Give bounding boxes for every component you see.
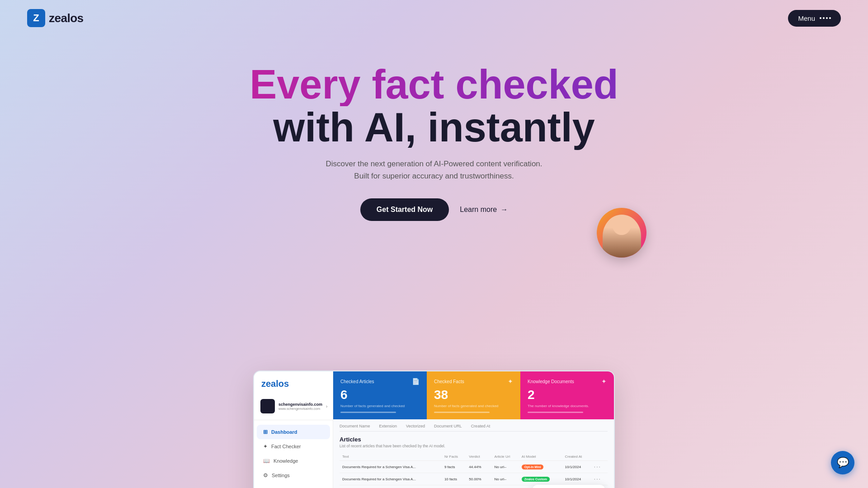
stat-value-knowledge: 2	[528, 388, 607, 402]
cell-menu[interactable]: ···	[591, 473, 608, 485]
logo-text: zealos	[49, 11, 84, 25]
tab-extension[interactable]: Extension	[379, 424, 397, 431]
cell-url: No url--	[492, 461, 519, 473]
knowledge-icon: 📖	[263, 458, 270, 464]
cell-text: Documents Required for a Schengen Visa A…	[340, 473, 442, 485]
stat-bar-facts	[434, 412, 490, 413]
articles-sub: List of recent articles that have been c…	[340, 444, 608, 448]
stat-sub-knowledge: The number of knowledge documents.	[528, 404, 607, 408]
headline-line1: Every fact checked	[9, 63, 859, 106]
cell-verdict: 50.00%	[466, 473, 491, 485]
headline-line2: with AI, instantly	[9, 106, 859, 149]
stat-icon-articles: 📄	[412, 378, 420, 385]
arrow-icon: →	[500, 206, 508, 214]
cell-model: Zealos Custom	[519, 473, 562, 485]
navbar: Z zealos Menu	[0, 0, 868, 36]
col-ai-model: AI Model	[519, 453, 562, 461]
hero-subtext: Discover the next generation of AI-Power…	[9, 158, 859, 182]
tab-document-url[interactable]: Document URL	[434, 424, 462, 431]
hero-headline: Every fact checked with AI, instantly	[9, 63, 859, 149]
stats-row: Checked Articles 📄 6 Number of facts gen…	[333, 371, 614, 419]
stat-bar-articles	[340, 412, 396, 413]
menu-button[interactable]: Menu	[788, 10, 841, 27]
stat-card-knowledge: Knowledge Documents ✦ 2 The number of kn…	[520, 371, 614, 419]
stat-bar-knowledge	[528, 412, 583, 413]
cell-verdict: 100.00%	[466, 485, 491, 488]
sidebar-item-fact-checker[interactable]: ✦ Fact Checker	[257, 439, 330, 454]
dashboard-sidebar: zealos schengenvisainfo.com www.schengen…	[254, 371, 333, 488]
avatar-person	[603, 215, 641, 258]
floating-avatar	[597, 208, 646, 258]
account-url: www.schengenvisainfo.com	[278, 407, 322, 411]
dashboard-icon: ⊞	[263, 429, 268, 435]
col-verdict: Verdict	[466, 453, 491, 461]
cell-verdict: 44.44%	[466, 461, 491, 473]
stat-label-knowledge: Knowledge Documents	[528, 379, 574, 384]
account-avatar	[260, 399, 275, 413]
stat-value-articles: 6	[340, 388, 420, 402]
menu-dots-icon	[820, 17, 831, 19]
cell-text: Documents Required for a Schengen Visa A…	[340, 461, 442, 473]
dashboard-preview: zealos schengenvisainfo.com www.schengen…	[253, 371, 615, 488]
hero-section: Every fact checked with AI, instantly Di…	[0, 36, 868, 253]
model-badge: Opt-In Mini	[522, 465, 544, 469]
kb-tooltip: Knowledge base Knowledge base attached t…	[533, 485, 605, 488]
tab-vectorized[interactable]: Vectorized	[406, 424, 425, 431]
stat-card-articles: Checked Articles 📄 6 Number of facts gen…	[333, 371, 427, 419]
table-area: Document Name Extension Vectorized Docum…	[333, 419, 614, 488]
cta-row: Get Started Now Learn more →	[9, 198, 859, 221]
row-menu-icon[interactable]: ···	[594, 476, 601, 482]
col-article-url: Article Url	[492, 453, 519, 461]
stat-card-facts: Checked Facts ✦ 38 Number of facts gener…	[427, 371, 520, 419]
articles-table: Text Nr Facts Verdict Article Url AI Mod…	[340, 453, 608, 488]
cell-model: Opt-In Mini	[519, 461, 562, 473]
settings-icon: ⚙	[263, 472, 268, 479]
table-row[interactable]: Documents Required for a Schengen Visa A…	[340, 473, 608, 485]
sidebar-item-knowledge[interactable]: 📖 Knowledge	[257, 454, 330, 468]
cell-text: On 1.7.2003, a specific travel regime fo…	[340, 485, 442, 488]
col-created-at: Created At	[562, 453, 591, 461]
col-nr-facts: Nr Facts	[442, 453, 466, 461]
logo-icon: Z	[27, 9, 45, 27]
chat-button[interactable]: 💬	[831, 451, 854, 474]
sidebar-item-dashboard[interactable]: ⊞ Dashboard	[257, 425, 330, 439]
cell-facts: 10 facts	[442, 473, 466, 485]
cell-date: 10/1/2024	[562, 461, 591, 473]
col-text: Text	[340, 453, 442, 461]
stat-sub-articles: Number of facts generated and checked	[340, 404, 420, 408]
row-menu-icon[interactable]: ···	[594, 464, 601, 470]
dashboard-logo: zealos	[254, 379, 333, 395]
tab-document-name[interactable]: Document Name	[340, 424, 370, 431]
cell-facts: 5 facts	[442, 485, 466, 488]
cell-facts: 9 facts	[442, 461, 466, 473]
chat-icon: 💬	[837, 457, 849, 469]
logo[interactable]: Z zealos	[27, 9, 84, 27]
dashboard-main: Checked Articles 📄 6 Number of facts gen…	[333, 371, 614, 488]
tab-created-at[interactable]: Created At	[471, 424, 491, 431]
stat-sub-facts: Number of facts generated and checked	[434, 404, 513, 408]
stat-value-facts: 38	[434, 388, 513, 402]
sidebar-item-settings[interactable]: ⚙ Settings	[257, 468, 330, 483]
cell-url: No url--	[492, 473, 519, 485]
fact-checker-icon: ✦	[263, 443, 268, 450]
table-row[interactable]: Documents Required for a Schengen Visa A…	[340, 461, 608, 473]
model-badge: Zealos Custom	[522, 477, 550, 482]
articles-title: Articles	[340, 436, 608, 443]
table-tabs: Document Name Extension Vectorized Docum…	[340, 424, 608, 432]
stat-label-articles: Checked Articles	[340, 379, 374, 384]
account-name: schengenvisainfo.com	[278, 402, 322, 407]
cell-url: No url--	[492, 485, 519, 488]
stat-label-facts: Checked Facts	[434, 379, 464, 384]
stat-icon-facts: ✦	[508, 378, 513, 385]
col-actions	[591, 453, 608, 461]
cell-menu[interactable]: ···	[591, 461, 608, 473]
stat-icon-knowledge: ✦	[601, 378, 607, 385]
get-started-button[interactable]: Get Started Now	[360, 198, 449, 221]
chevron-icon: ›	[326, 404, 327, 409]
account-switcher[interactable]: schengenvisainfo.com www.schengenvisainf…	[254, 395, 333, 420]
learn-more-button[interactable]: Learn more →	[460, 206, 508, 214]
cell-date: 10/1/2024	[562, 473, 591, 485]
